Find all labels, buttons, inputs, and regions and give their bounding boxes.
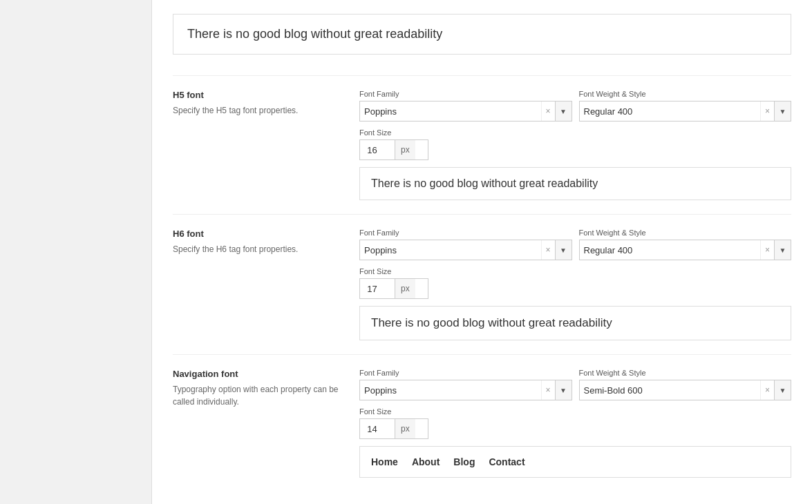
navigation-font-family-select[interactable]: × ▼ [359, 380, 572, 400]
navigation-font-family-group: Font Family × ▼ [359, 369, 572, 400]
main-content: There is no good blog without great read… [152, 0, 812, 504]
h6-font-weight-select[interactable]: × ▼ [579, 240, 792, 260]
h6-section-label: H6 font Specify the H6 tag font properti… [173, 229, 359, 340]
navigation-section-description: Typography option with each property can… [173, 383, 346, 408]
h6-font-weight-input[interactable] [580, 245, 761, 255]
sidebar [0, 0, 152, 504]
h5-font-family-arrow-icon[interactable]: ▼ [555, 101, 572, 121]
h5-section-description: Specify the H5 tag font properties. [173, 104, 346, 117]
h5-section-controls: Font Family × ▼ Font Weight & Style [359, 90, 791, 200]
h6-font-family-arrow-icon[interactable]: ▼ [555, 240, 572, 260]
h6-font-family-group: Font Family × ▼ [359, 229, 572, 260]
navigation-font-family-arrow-icon[interactable]: ▼ [555, 380, 572, 400]
nav-item-contact: Contact [489, 456, 525, 467]
h6-font-family-select[interactable]: × ▼ [359, 240, 572, 260]
h6-font-weight-clear-icon[interactable]: × [760, 240, 774, 260]
h6-font-size-group: Font Size px [359, 267, 428, 299]
navigation-font-size-unit: px [395, 419, 415, 438]
navigation-font-weight-label: Font Weight & Style [579, 369, 792, 377]
top-preview-banner: There is no good blog without great read… [173, 14, 791, 55]
navigation-font-weight-input[interactable] [580, 385, 761, 396]
h6-preview-text: There is no good blog without great read… [371, 316, 612, 329]
h5-font-weight-label: Font Weight & Style [579, 90, 792, 98]
h6-font-size-input[interactable] [360, 284, 395, 294]
h5-section-label: H5 font Specify the H5 tag font properti… [173, 90, 359, 200]
h6-font-weight-arrow-icon[interactable]: ▼ [774, 240, 791, 260]
h6-preview-box: There is no good blog without great read… [359, 306, 791, 340]
h5-font-section: H5 font Specify the H5 tag font properti… [173, 75, 791, 214]
top-preview-text: There is no good blog without great read… [187, 27, 442, 41]
navigation-controls-row-2: Font Size px [359, 407, 791, 439]
h5-section-title: H5 font [173, 90, 346, 100]
navigation-font-size-group: Font Size px [359, 407, 428, 439]
navigation-section-label: Navigation font Typography option with e… [173, 369, 359, 478]
h5-font-size-input[interactable] [360, 145, 395, 155]
navigation-font-size-input[interactable] [360, 424, 395, 434]
h5-font-weight-input[interactable] [580, 106, 761, 117]
h5-preview-text: There is no good blog without great read… [371, 177, 598, 189]
h6-font-section: H6 font Specify the H6 tag font properti… [173, 214, 791, 354]
navigation-font-family-clear-icon[interactable]: × [541, 380, 555, 400]
navigation-preview-box: Home About Blog Contact [359, 446, 791, 478]
navigation-font-size-input-wrapper[interactable]: px [359, 418, 428, 439]
navigation-font-family-input[interactable] [360, 385, 541, 396]
h5-font-weight-clear-icon[interactable]: × [760, 101, 774, 121]
navigation-controls-row-1: Font Family × ▼ Font Weight & Style [359, 369, 791, 400]
navigation-font-weight-select[interactable]: × ▼ [579, 380, 792, 400]
h5-font-family-select[interactable]: × ▼ [359, 101, 572, 122]
h5-font-family-clear-icon[interactable]: × [541, 101, 555, 121]
h6-font-weight-group: Font Weight & Style × ▼ [579, 229, 792, 260]
h5-font-family-group: Font Family × ▼ [359, 90, 572, 122]
navigation-font-weight-clear-icon[interactable]: × [760, 380, 774, 400]
h5-font-weight-select[interactable]: × ▼ [579, 101, 792, 122]
h5-controls-row-2: Font Size px [359, 128, 791, 160]
h6-controls-row-1: Font Family × ▼ Font Weight & Style [359, 229, 791, 260]
h6-font-size-unit: px [395, 279, 415, 298]
nav-item-home: Home [371, 456, 398, 467]
navigation-font-weight-arrow-icon[interactable]: ▼ [774, 380, 791, 400]
nav-item-about: About [412, 456, 440, 467]
h5-font-family-input[interactable] [360, 106, 541, 117]
h6-font-family-input[interactable] [360, 245, 541, 255]
h5-font-weight-group: Font Weight & Style × ▼ [579, 90, 792, 122]
h6-section-title: H6 font [173, 229, 346, 239]
h6-font-family-label: Font Family [359, 229, 572, 237]
navigation-font-family-label: Font Family [359, 369, 572, 377]
h5-font-size-group: Font Size px [359, 128, 428, 160]
h6-font-size-label: Font Size [359, 267, 428, 275]
navigation-section-title: Navigation font [173, 369, 346, 379]
h5-font-weight-arrow-icon[interactable]: ▼ [774, 101, 791, 121]
h6-controls-row-2: Font Size px [359, 267, 791, 299]
page-wrapper: There is no good blog without great read… [0, 0, 812, 504]
h5-font-size-input-wrapper[interactable]: px [359, 139, 428, 160]
navigation-font-size-label: Font Size [359, 407, 428, 416]
h6-section-description: Specify the H6 tag font properties. [173, 243, 346, 255]
h5-font-size-label: Font Size [359, 128, 428, 137]
h6-font-weight-label: Font Weight & Style [579, 229, 792, 237]
h5-font-size-unit: px [395, 140, 415, 159]
h5-font-family-label: Font Family [359, 90, 572, 98]
navigation-font-section: Navigation font Typography option with e… [173, 354, 791, 492]
h6-section-controls: Font Family × ▼ Font Weight & Style [359, 229, 791, 340]
content-scroll: There is no good blog without great read… [152, 0, 812, 504]
navigation-section-controls: Font Family × ▼ Font Weight & Style [359, 369, 791, 478]
nav-item-blog: Blog [453, 456, 475, 467]
h6-font-family-clear-icon[interactable]: × [541, 240, 555, 260]
h5-controls-row-1: Font Family × ▼ Font Weight & Style [359, 90, 791, 122]
h5-preview-box: There is no good blog without great read… [359, 167, 791, 200]
navigation-font-weight-group: Font Weight & Style × ▼ [579, 369, 792, 400]
h6-font-size-input-wrapper[interactable]: px [359, 278, 428, 299]
